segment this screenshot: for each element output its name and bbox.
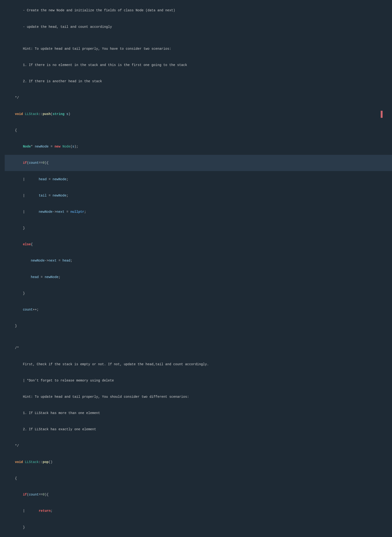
code-line: newNode->next = head; xyxy=(5,253,392,269)
code-line: { xyxy=(5,122,392,138)
code-line: 2. If LLStack has exactly one element xyxy=(5,421,392,437)
code-line: | newNode->next = nullptr; xyxy=(5,204,392,220)
code-line: - update the head, tail and count accord… xyxy=(5,19,392,35)
code-line: if(count==0){ xyxy=(5,487,392,503)
code-line: | head = newNode; xyxy=(5,171,392,187)
code-line: else{ xyxy=(5,236,392,253)
code-line xyxy=(5,334,392,340)
code-line: } xyxy=(5,285,392,301)
code-line: } xyxy=(5,519,392,535)
code-line: 1. If LLStack has more than one element xyxy=(5,405,392,421)
code-editor: - Create the new Node and initialize the… xyxy=(0,0,392,537)
code-line: Node* newNode = new Node(s); xyxy=(5,138,392,155)
code-line: count++; xyxy=(5,301,392,318)
code-line: } xyxy=(5,220,392,236)
code-line: | *Don't forget to release memory using … xyxy=(5,373,392,389)
code-line: if(head==tail){ xyxy=(5,535,392,537)
code-line: /* xyxy=(5,340,392,356)
code-line: 2. If there is another head in the stack xyxy=(5,73,392,90)
code-line: void LLStack::push(string s) xyxy=(5,106,392,122)
code-line: */ xyxy=(5,437,392,454)
code-line: First, Check if the stack is empty or no… xyxy=(5,356,392,372)
code-line: */ xyxy=(5,90,392,106)
code-line: 1. If there is no element in the stack a… xyxy=(5,57,392,73)
code-line: Hint: To update head and tail properly, … xyxy=(5,41,392,57)
text-cursor xyxy=(381,111,383,118)
code-line: } xyxy=(5,318,392,334)
code-line: { xyxy=(5,470,392,487)
code-line: void LLStack::pop() xyxy=(5,454,392,470)
code-line-highlighted: if(count==0){ xyxy=(5,155,392,171)
code-line: | return; xyxy=(5,503,392,519)
code-line: - Create the new Node and initialize the… xyxy=(5,2,392,19)
code-line xyxy=(5,35,392,41)
code-line: head = newNode; xyxy=(5,269,392,285)
code-line: | tail = newNode; xyxy=(5,187,392,204)
code-line: Hint: To update head and tail properly, … xyxy=(5,389,392,405)
